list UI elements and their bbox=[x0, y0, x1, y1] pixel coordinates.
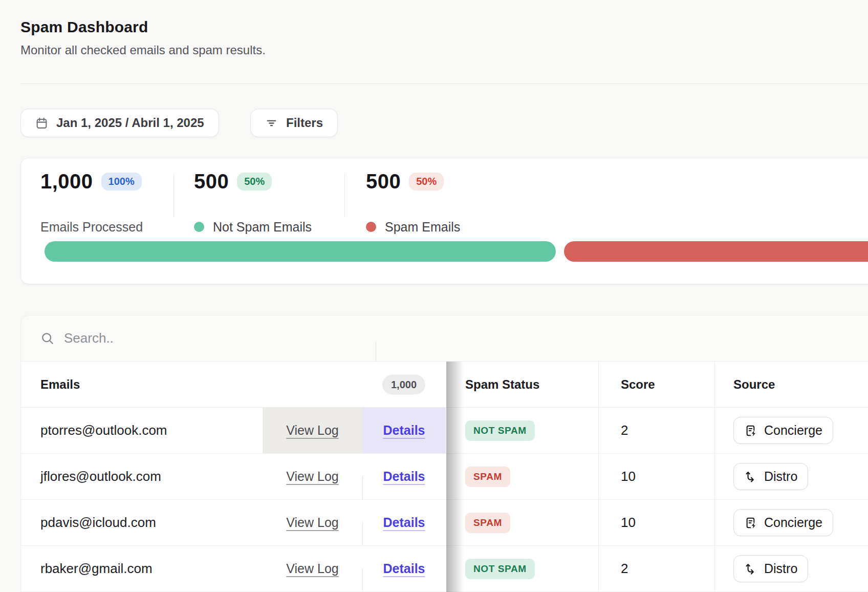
email-cell: ptorres@outlook.com bbox=[40, 408, 167, 453]
bar-not-spam-segment bbox=[45, 241, 556, 262]
stat-divider bbox=[173, 174, 174, 217]
column-header-spam-status: Spam Status bbox=[465, 362, 539, 407]
filter-icon bbox=[265, 117, 278, 130]
stat-divider bbox=[344, 174, 345, 217]
email-cell: pdavis@icloud.com bbox=[40, 500, 156, 545]
emails-processed-label: Emails Processed bbox=[40, 220, 143, 235]
email-cell: rbaker@gmail.com bbox=[40, 546, 153, 591]
emails-processed-percent-badge: 100% bbox=[101, 173, 142, 191]
score-text: 2 bbox=[621, 422, 628, 438]
header-divider bbox=[20, 83, 868, 84]
table-search-row bbox=[21, 315, 868, 362]
score-cell: 10 bbox=[621, 500, 636, 545]
distro-icon bbox=[744, 562, 757, 576]
details-cell: Details bbox=[362, 454, 446, 499]
score-cell: 2 bbox=[621, 408, 628, 453]
score-text: 10 bbox=[621, 515, 636, 531]
emails-table-card: Emails 1,000 Spam Status Score Source pt… bbox=[20, 315, 868, 592]
table-row: pdavis@icloud.com View Log Details SPAM … bbox=[21, 500, 868, 546]
source-label: Concierge bbox=[764, 515, 822, 530]
table-row: jflores@outlook.com View Log Details SPA… bbox=[21, 454, 868, 500]
filters-button[interactable]: Filters bbox=[250, 109, 338, 137]
view-log-cell: View Log bbox=[263, 408, 362, 453]
date-range-label: Jan 1, 2025 / Abril 1, 2025 bbox=[56, 116, 204, 130]
date-range-button[interactable]: Jan 1, 2025 / Abril 1, 2025 bbox=[20, 109, 219, 137]
status-badge: SPAM bbox=[465, 467, 510, 487]
table-row: rbaker@gmail.com View Log Details NOT SP… bbox=[21, 546, 868, 592]
not-spam-value: 500 bbox=[194, 170, 229, 193]
source-button[interactable]: Distro bbox=[733, 555, 808, 582]
view-log-link[interactable]: View Log bbox=[286, 561, 338, 576]
score-text: 10 bbox=[621, 469, 636, 484]
spam-status-cell: SPAM bbox=[465, 500, 510, 545]
email-cell: jflores@outlook.com bbox=[40, 454, 161, 499]
score-cell: 10 bbox=[621, 454, 636, 499]
spam-dashboard-page: Spam Dashboard Monitor all checked email… bbox=[0, 0, 868, 592]
filters-label: Filters bbox=[286, 116, 323, 130]
source-label: Distro bbox=[764, 469, 797, 484]
source-button[interactable]: Concierge bbox=[733, 417, 833, 444]
view-log-cell: View Log bbox=[263, 500, 362, 545]
emails-processed-value: 1,000 bbox=[40, 170, 93, 193]
source-button[interactable]: Concierge bbox=[733, 509, 833, 536]
not-spam-dot-icon bbox=[194, 222, 204, 232]
search-icon bbox=[40, 331, 54, 347]
email-text: rbaker@gmail.com bbox=[40, 561, 153, 577]
emails-total-badge: 1,000 bbox=[382, 374, 425, 394]
email-text: pdavis@icloud.com bbox=[40, 515, 156, 531]
not-spam-percent-badge: 50% bbox=[237, 173, 272, 191]
spam-status-cell: NOT SPAM bbox=[465, 408, 535, 453]
table-row: ptorres@outlook.com View Log Details NOT… bbox=[21, 408, 868, 454]
source-label: Concierge bbox=[764, 423, 822, 438]
source-cell: Distro bbox=[733, 454, 808, 499]
source-cell: Distro bbox=[733, 546, 808, 591]
spam-ratio-bar bbox=[45, 241, 868, 262]
view-log-cell: View Log bbox=[263, 454, 362, 499]
spam-label: Spam Emails bbox=[385, 220, 460, 235]
cell-divider bbox=[362, 568, 363, 591]
table-body: ptorres@outlook.com View Log Details NOT… bbox=[21, 408, 868, 592]
bar-spam-segment bbox=[564, 241, 868, 262]
spam-status-cell: NOT SPAM bbox=[465, 546, 535, 591]
source-cell: Concierge bbox=[733, 408, 833, 453]
details-link[interactable]: Details bbox=[383, 561, 425, 576]
source-label: Distro bbox=[764, 561, 797, 576]
column-header-emails: Emails bbox=[40, 362, 80, 407]
spam-value: 500 bbox=[366, 170, 401, 193]
details-link[interactable]: Details bbox=[383, 423, 425, 438]
status-badge: NOT SPAM bbox=[465, 420, 535, 441]
view-log-link[interactable]: View Log bbox=[286, 423, 338, 438]
email-text: ptorres@outlook.com bbox=[40, 422, 167, 438]
not-spam-label: Not Spam Emails bbox=[213, 220, 312, 235]
view-log-cell: View Log bbox=[263, 546, 362, 591]
details-cell: Details bbox=[362, 408, 446, 453]
search-input[interactable] bbox=[64, 315, 340, 361]
column-header-source: Source bbox=[733, 362, 775, 407]
status-badge: SPAM bbox=[465, 513, 510, 533]
email-text: jflores@outlook.com bbox=[40, 469, 161, 484]
score-text: 2 bbox=[621, 561, 628, 577]
cell-divider bbox=[362, 476, 363, 499]
spam-status-cell: SPAM bbox=[465, 454, 510, 499]
cell-divider bbox=[362, 522, 363, 545]
status-badge: NOT SPAM bbox=[465, 559, 535, 579]
spam-percent-badge: 50% bbox=[409, 173, 444, 191]
search-column-divider bbox=[376, 342, 376, 361]
source-cell: Concierge bbox=[733, 500, 833, 545]
view-log-link[interactable]: View Log bbox=[286, 515, 338, 530]
column-header-score: Score bbox=[621, 362, 655, 407]
source-button[interactable]: Distro bbox=[733, 463, 808, 490]
view-log-link[interactable]: View Log bbox=[286, 469, 338, 484]
spam-dot-icon bbox=[366, 222, 376, 232]
stats-card: 1,000 100% Emails Processed 500 50% Not … bbox=[20, 158, 868, 284]
details-link[interactable]: Details bbox=[383, 515, 425, 530]
distro-icon bbox=[744, 470, 757, 483]
details-link[interactable]: Details bbox=[383, 469, 425, 484]
concierge-icon bbox=[744, 424, 757, 437]
details-cell: Details bbox=[362, 546, 446, 591]
concierge-icon bbox=[744, 516, 757, 530]
calendar-icon bbox=[35, 117, 48, 130]
page-subtitle: Monitor all checked emails and spam resu… bbox=[20, 43, 266, 57]
details-cell: Details bbox=[362, 500, 446, 545]
page-title: Spam Dashboard bbox=[20, 18, 148, 36]
